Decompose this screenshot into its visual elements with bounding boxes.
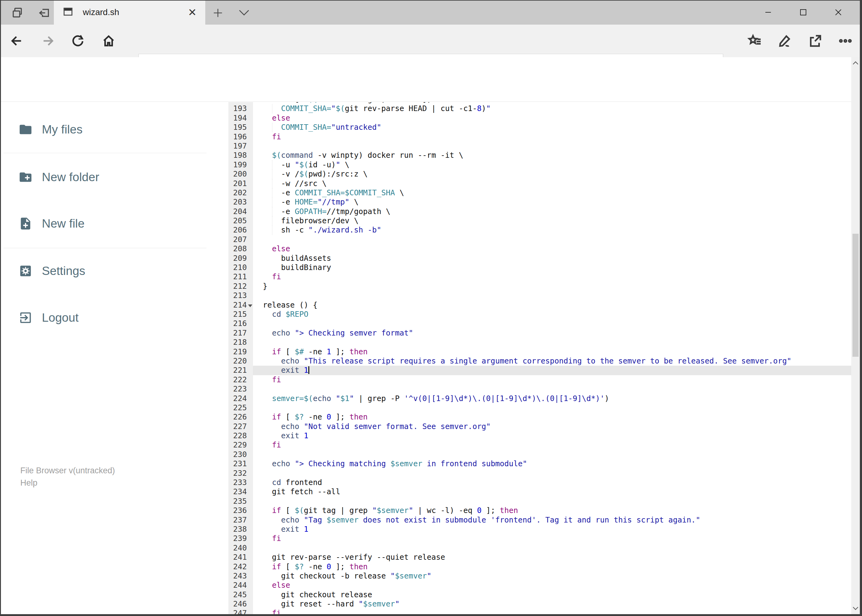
code-line[interactable]: echo "Not valid semver format. See semve… [253, 422, 851, 431]
line-number[interactable]: 247 [229, 609, 253, 614]
line-number[interactable]: 203 [229, 198, 253, 207]
line-number[interactable]: 226 [229, 412, 253, 422]
line-number[interactable]: 213 [229, 291, 253, 300]
code-line[interactable]: echo "This release script requires a sin… [253, 357, 851, 366]
sidebar-item-new-file[interactable]: New file [1, 207, 216, 240]
code-line[interactable]: git checkout release [253, 590, 851, 599]
maximize-icon[interactable] [786, 0, 821, 25]
line-number[interactable]: 215 [229, 310, 253, 319]
set-tabs-aside-icon[interactable] [38, 6, 51, 19]
sidebar-item-logout[interactable]: Logout [1, 301, 216, 335]
line-number[interactable]: 233 [229, 478, 253, 487]
line-number[interactable]: 222 [229, 375, 253, 384]
line-number[interactable]: 237 [229, 515, 253, 525]
code-line[interactable] [253, 497, 851, 506]
line-number[interactable]: 229 [229, 440, 253, 449]
code-line[interactable]: if [ $? -ne 0 ]; then [253, 412, 851, 422]
code-line[interactable]: COMMIT_SHA="untracked" [253, 123, 851, 132]
line-number[interactable]: 198 [229, 151, 253, 160]
code-line[interactable]: if [ $# -ne 1 ]; then [253, 347, 851, 357]
line-number[interactable]: 217 [229, 328, 253, 338]
line-number[interactable]: 234 [229, 487, 253, 497]
line-number[interactable]: 240 [229, 544, 253, 553]
line-number[interactable]: 228 [229, 431, 253, 440]
line-number[interactable]: 246 [229, 599, 253, 609]
line-number[interactable]: 225 [229, 403, 253, 412]
code-line[interactable]: else [253, 244, 851, 253]
forward-icon[interactable] [41, 34, 55, 48]
code-line[interactable] [253, 141, 851, 151]
more-icon[interactable] [838, 33, 853, 49]
code-line[interactable] [253, 469, 851, 478]
scroll-up-icon[interactable] [853, 61, 859, 66]
code-line[interactable]: buildAssets [253, 254, 851, 263]
sidebar-item-settings[interactable]: Settings [1, 254, 216, 288]
tab-preview-icon[interactable] [11, 6, 24, 19]
scroll-down-icon[interactable] [853, 606, 859, 611]
code-line[interactable]: fi [253, 534, 851, 543]
page-scrollbar[interactable] [851, 57, 860, 614]
code-line[interactable]: -e COMMIT_SHA=$COMMIT_SHA \ [253, 188, 851, 198]
browser-tab[interactable]: wizard.sh ✕ [54, 0, 205, 25]
code-editor[interactable]: 1921931941951961971981992002012022032042… [229, 102, 851, 614]
line-number[interactable]: 214 [229, 300, 253, 310]
line-number[interactable]: 204 [229, 207, 253, 216]
code-line[interactable] [253, 450, 851, 459]
line-number[interactable]: 218 [229, 338, 253, 347]
scrollbar-thumb[interactable] [853, 234, 859, 357]
line-number[interactable]: 193 [229, 104, 253, 113]
code-line[interactable]: exit 1 [253, 366, 851, 375]
tab-close-icon[interactable]: ✕ [188, 7, 197, 17]
line-number[interactable]: 223 [229, 384, 253, 394]
line-number[interactable]: 206 [229, 225, 253, 235]
home-icon[interactable] [102, 34, 116, 48]
code-line[interactable]: fi [253, 272, 851, 281]
line-number[interactable]: 207 [229, 235, 253, 244]
code-line[interactable]: git reset --hard "$semver" [253, 599, 851, 609]
code-line[interactable]: -e GOPATH=//tmp/gopath \ [253, 207, 851, 216]
line-number[interactable]: 219 [229, 347, 253, 357]
code-line[interactable]: buildBinary [253, 263, 851, 272]
line-number[interactable]: 196 [229, 132, 253, 141]
minimize-icon[interactable] [750, 0, 786, 25]
line-number[interactable]: 241 [229, 553, 253, 562]
line-number[interactable]: 244 [229, 581, 253, 590]
code-line[interactable]: else [253, 113, 851, 123]
code-line[interactable]: git checkout -b release "$semver" [253, 571, 851, 581]
code-line[interactable]: $(command -v winpty) docker run --rm -it… [253, 151, 851, 160]
code-line[interactable] [253, 403, 851, 412]
close-icon[interactable] [821, 0, 856, 25]
line-number[interactable]: 200 [229, 170, 253, 179]
code-line[interactable] [253, 291, 851, 300]
code-line[interactable]: fi [253, 609, 851, 614]
line-number[interactable]: 194 [229, 113, 253, 123]
code-line[interactable] [253, 338, 851, 347]
line-number[interactable]: 235 [229, 497, 253, 506]
code-line[interactable]: echo "> Checking semver format" [253, 328, 851, 338]
code-line[interactable] [253, 384, 851, 394]
line-number[interactable]: 216 [229, 319, 253, 328]
line-number[interactable]: 211 [229, 272, 253, 281]
line-number[interactable]: 224 [229, 394, 253, 403]
code-line[interactable] [253, 235, 851, 244]
code-line[interactable]: else [253, 581, 851, 590]
line-number[interactable]: 197 [229, 141, 253, 151]
code-line[interactable] [253, 319, 851, 328]
line-number[interactable]: 243 [229, 571, 253, 581]
line-number[interactable]: 202 [229, 188, 253, 198]
code-line[interactable]: fi [253, 132, 851, 141]
code-line[interactable]: -e HOME="//tmp" \ [253, 198, 851, 207]
code-line[interactable]: fi [253, 375, 851, 384]
code-line[interactable]: git fetch --all [253, 487, 851, 497]
code-line[interactable]: -w //src \ [253, 179, 851, 188]
line-number[interactable]: 220 [229, 357, 253, 366]
code-line[interactable]: sh -c "./wizard.sh -b" [253, 225, 851, 235]
sidebar-item-new-folder[interactable]: New folder [1, 160, 216, 194]
code-line[interactable]: exit 1 [253, 431, 851, 440]
line-number[interactable]: 205 [229, 216, 253, 225]
code-line[interactable]: if [ $? -ne 0 ]; then [253, 562, 851, 571]
code-line[interactable]: echo "> Checking matching $semver in fro… [253, 459, 851, 468]
line-number[interactable]: 209 [229, 254, 253, 263]
line-number[interactable]: 238 [229, 525, 253, 534]
refresh-icon[interactable] [71, 34, 85, 48]
